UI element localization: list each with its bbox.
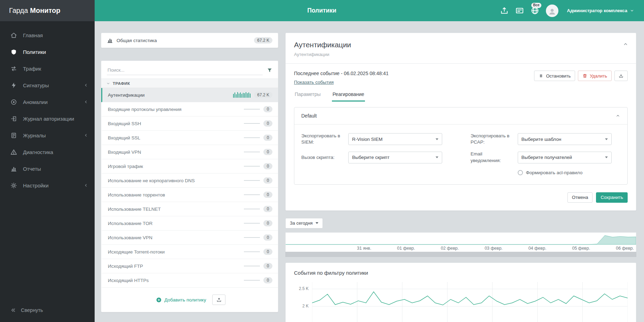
policy-row[interactable]: Исходящие Torrent-потоки 0 <box>101 245 278 259</box>
policy-row[interactable]: Аутентификации 67.2 K <box>101 88 278 102</box>
user-name: Администратор комплекса <box>567 8 627 13</box>
gear-icon <box>10 182 17 189</box>
detail-column: Аутентификации Аутентификации Последнее … <box>285 33 636 322</box>
row-flatline <box>244 194 260 195</box>
last-event-text: Последнее событие - 06.02.2025 08:48:41 <box>294 71 389 76</box>
brand-logo: Гарда Монитор <box>0 0 95 21</box>
timeline-date-labels: 31 янв. 01 февр. 02 февр. 03 февр. 04 фе… <box>286 246 636 251</box>
tab[interactable]: Реагирование <box>332 87 365 102</box>
chevron-down-icon <box>106 81 110 86</box>
policy-row[interactable]: Входящий SSH 0 <box>101 116 278 131</box>
policy-row[interactable]: Использование торрентов 0 <box>101 188 278 202</box>
policy-row[interactable]: Исходящий FTP 0 <box>101 259 278 273</box>
policy-count-badge: 0 <box>263 177 272 184</box>
policy-row[interactable]: Игровой трафик 0 <box>101 159 278 174</box>
timeline-date-label: 31 янв. <box>357 246 371 251</box>
scope-button[interactable]: Все <box>531 6 539 15</box>
save-button[interactable]: Сохранить <box>596 192 628 203</box>
policy-count-badge: 0 <box>263 106 272 112</box>
target-icon <box>10 99 17 105</box>
home-icon <box>10 32 17 39</box>
detail-title: Аутентификации <box>294 41 628 49</box>
timeline-scrollbar[interactable] <box>285 252 636 257</box>
events-chart-body: 2.5 K 2 K <box>294 282 628 322</box>
user-menu-button[interactable]: Администратор комплекса <box>565 8 636 14</box>
show-events-link[interactable]: Показать события <box>294 80 334 85</box>
delete-button[interactable]: Удалить <box>578 71 612 81</box>
sidebar-item[interactable]: Диагностика <box>0 144 95 160</box>
select-dropdown[interactable]: Выберите шаблон <box>518 133 612 145</box>
detail-header: Аутентификации Аутентификации <box>286 33 636 63</box>
sidebar-item[interactable]: Главная <box>0 27 95 43</box>
sidebar-item[interactable]: Журнал авторизации <box>0 110 95 127</box>
events-panel-button[interactable] <box>515 6 524 15</box>
stop-button[interactable]: Остановить <box>534 71 575 81</box>
search-input[interactable] <box>107 65 263 75</box>
last-event-row: Последнее событие - 06.02.2025 08:48:41 … <box>286 64 636 86</box>
tab[interactable]: Параметры <box>294 87 321 102</box>
time-range-button[interactable]: За сегодня <box>285 218 323 228</box>
row-flatline <box>244 223 260 224</box>
chevron-up-icon[interactable] <box>623 41 628 47</box>
sidebar-item[interactable]: Настройки <box>0 177 95 194</box>
policy-count-badge: 0 <box>263 149 272 155</box>
sidebar-nav: Главная Политики Трафик Сигна <box>0 27 95 194</box>
caret-down-icon <box>436 138 438 140</box>
overall-stats-card[interactable]: Общая статистика 67.2 K <box>101 33 278 48</box>
list-card-icon <box>515 11 524 16</box>
timeline-date-label: 06 февр. <box>616 246 634 251</box>
export-button[interactable] <box>614 71 628 81</box>
collapse-sidebar-button[interactable]: Свернуть <box>0 304 95 316</box>
login-icon <box>10 115 17 122</box>
import-policy-button[interactable] <box>212 295 225 305</box>
add-policy-button[interactable]: Добавить политику <box>154 297 208 303</box>
pause-icon <box>539 73 543 78</box>
avatar[interactable] <box>546 5 558 17</box>
policy-row[interactable]: Использование TELNET 0 <box>101 202 278 216</box>
policy-row[interactable]: Использование не корпоративного DNS 0 <box>101 174 278 188</box>
policy-count-badge: 0 <box>263 206 272 212</box>
acl-radio-row[interactable]: Формировать acl-правило <box>471 170 621 175</box>
chevron-up-icon[interactable] <box>615 113 620 118</box>
policy-count-badge: 0 <box>263 135 272 141</box>
sidebar-item[interactable]: Политики <box>0 43 95 60</box>
sidebar-item[interactable]: Аномалии <box>0 94 95 110</box>
policy-row[interactable]: Входящие протоколы управления 0 <box>101 102 278 116</box>
select-dropdown[interactable]: Выберите получателей <box>518 152 612 163</box>
select-dropdown[interactable]: Выберите скрипт <box>348 152 442 163</box>
policy-row[interactable]: Использование TOR 0 <box>101 216 278 231</box>
row-flatline <box>244 209 260 209</box>
events-chart-title: События по фильтру политики <box>294 270 628 276</box>
detail-actions-toolbar: Остановить Удалить <box>534 71 628 81</box>
policy-row[interactable]: Использование VPN 0 <box>101 231 278 245</box>
filter-icon[interactable] <box>267 67 272 73</box>
y-axis: 2.5 K 2 K <box>294 282 312 322</box>
bolt-icon <box>10 82 17 89</box>
y-axis-tick: 2 K <box>302 304 309 308</box>
chevron-left-icon <box>84 83 88 88</box>
policy-count-badge: 0 <box>263 263 272 269</box>
sidebar-item[interactable]: Журналы <box>0 127 95 144</box>
timeline-overview[interactable]: 31 янв. 01 февр. 02 февр. 03 февр. 04 фе… <box>285 232 636 252</box>
chevron-down-icon <box>630 8 634 13</box>
policy-count-badge: 0 <box>263 163 272 169</box>
sidebar-item[interactable]: Отчеты <box>0 160 95 177</box>
policy-row[interactable]: Исходящий HTTPs 0 <box>101 273 278 288</box>
policy-row[interactable]: Входящий VPN 0 <box>101 145 278 159</box>
cancel-button[interactable]: Отмена <box>567 192 593 203</box>
traffic-icon <box>10 65 17 72</box>
sidebar-item[interactable]: Трафик <box>0 60 95 77</box>
traffic-group-header[interactable]: ТРАФИК <box>101 79 278 88</box>
brand-bold: Монитор <box>30 7 60 15</box>
acl-radio[interactable] <box>518 170 523 175</box>
policy-count-badge: 0 <box>263 120 272 127</box>
upload-button[interactable] <box>500 6 509 15</box>
header-actions: Все Администратор комплекса <box>500 5 644 17</box>
events-chart-card: События по фильтру политики 2.5 K 2 K <box>285 263 636 322</box>
row-flatline <box>244 180 260 181</box>
policy-row[interactable]: Входящий SSL 0 <box>101 131 278 145</box>
sidebar: Главная Политики Трафик Сигна <box>0 21 95 322</box>
select-dropdown[interactable]: R-Vision SIEM <box>348 133 442 145</box>
double-chevron-left-icon <box>10 307 16 313</box>
sidebar-item[interactable]: Сигнатуры <box>0 77 95 94</box>
